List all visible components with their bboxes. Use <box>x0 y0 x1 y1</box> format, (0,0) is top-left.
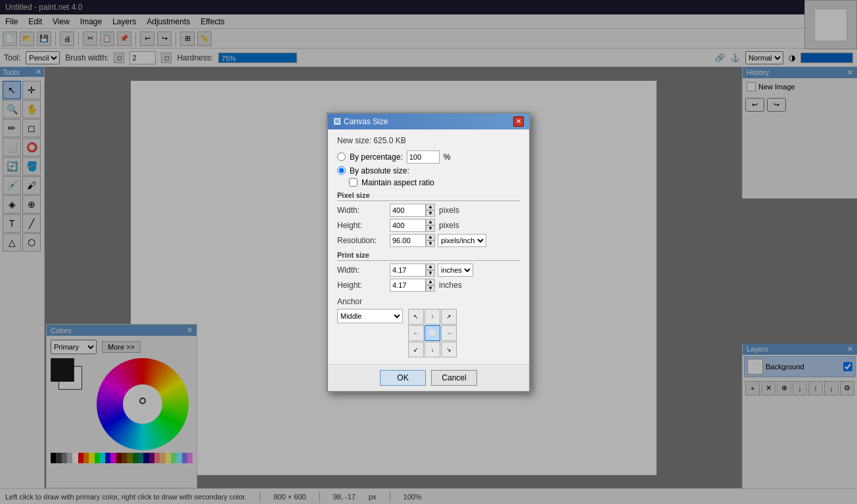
anchor-bottom-right[interactable]: ↘ <box>441 342 457 357</box>
anchor-bottom-left[interactable]: ↙ <box>408 342 424 357</box>
print-width-row: Width: ▲ ▼ inches cm mm <box>337 263 520 277</box>
anchor-top-right[interactable]: ↗ <box>441 309 457 325</box>
by-absolute-label: By absolute size: <box>350 166 409 175</box>
pixel-height-label: Height: <box>337 221 390 230</box>
maintain-aspect-row: Maintain aspect ratio <box>349 178 520 187</box>
dialog-close-button[interactable]: ✕ <box>513 116 524 127</box>
anchor-select[interactable]: Top Left Top Top Right Middle Left Middl… <box>337 309 403 323</box>
dialog-new-size: New size: 625.0 KB <box>337 136 520 145</box>
print-size-label: Print size <box>337 251 520 261</box>
by-absolute-row: By absolute size: <box>337 166 520 175</box>
pixel-height-down[interactable]: ▼ <box>426 225 435 232</box>
dialog-footer: OK Cancel <box>328 364 529 391</box>
pixel-width-input[interactable] <box>390 204 426 217</box>
percent-symbol: % <box>444 152 451 162</box>
maintain-aspect-label: Maintain aspect ratio <box>361 178 434 187</box>
print-height-down[interactable]: ▼ <box>426 285 435 292</box>
dialog-body: New size: 625.0 KB By percentage: % By a… <box>328 129 529 364</box>
pixel-width-up[interactable]: ▲ <box>426 204 435 210</box>
anchor-middle-right[interactable]: → <box>441 325 457 341</box>
print-height-input[interactable] <box>390 279 426 292</box>
pixel-width-down[interactable]: ▼ <box>426 210 435 217</box>
resolution-label: Resolution: <box>337 236 390 245</box>
by-percentage-radio[interactable] <box>337 152 346 161</box>
print-width-down[interactable]: ▼ <box>426 270 435 277</box>
print-width-arrows: ▲ ▼ <box>426 263 435 277</box>
print-height-spinner: ▲ ▼ <box>390 279 435 292</box>
print-width-spinner: ▲ ▼ <box>390 263 435 277</box>
anchor-controls: Top Left Top Top Right Middle Left Middl… <box>337 309 520 357</box>
pixel-height-unit: pixels <box>439 221 459 230</box>
print-width-unit-select[interactable]: inches cm mm <box>438 263 473 277</box>
anchor-label: Anchor <box>337 297 520 306</box>
dialog-title-text: Canvas Size <box>344 117 388 126</box>
pixel-height-row: Height: ▲ ▼ pixels <box>337 219 520 232</box>
ok-button[interactable]: OK <box>380 370 426 386</box>
print-width-label: Width: <box>337 265 390 275</box>
print-width-up[interactable]: ▲ <box>426 263 435 270</box>
by-percentage-row: By percentage: % <box>337 150 520 164</box>
by-percentage-label: By percentage: <box>350 152 403 162</box>
resolution-spinner: ▲ ▼ <box>390 234 435 247</box>
print-height-arrows: ▲ ▼ <box>426 279 435 292</box>
print-height-unit: inches <box>439 281 462 290</box>
anchor-middle-left[interactable]: ← <box>408 325 424 341</box>
pixel-width-row: Width: ▲ ▼ pixels <box>337 204 520 217</box>
pixel-height-arrows: ▲ ▼ <box>426 219 435 232</box>
anchor-section: Anchor Top Left Top Top Right Middle Lef… <box>337 297 520 357</box>
pixel-width-label: Width: <box>337 206 390 215</box>
print-width-input[interactable] <box>390 263 426 277</box>
resolution-unit-select[interactable]: pixels/inch pixels/cm <box>438 234 486 247</box>
cancel-button[interactable]: Cancel <box>431 370 477 386</box>
anchor-bottom[interactable]: ↓ <box>425 342 440 357</box>
dialog-icon: 🖼 <box>333 117 341 126</box>
resolution-row: Resolution: ▲ ▼ pixels/inch pixels/cm <box>337 234 520 247</box>
resolution-down[interactable]: ▼ <box>426 241 435 247</box>
pixel-size-label: Pixel size <box>337 191 520 201</box>
pixel-height-spinner: ▲ ▼ <box>390 219 435 232</box>
canvas-size-dialog: 🖼 Canvas Size ✕ New size: 625.0 KB By pe… <box>327 112 530 392</box>
print-height-row: Height: ▲ ▼ inches <box>337 279 520 292</box>
dialog-overlay: 🖼 Canvas Size ✕ New size: 625.0 KB By pe… <box>0 0 857 504</box>
maintain-aspect-checkbox[interactable] <box>349 178 358 187</box>
anchor-middle[interactable]: ⬜ <box>425 325 440 341</box>
anchor-top-left[interactable]: ↖ <box>408 309 424 325</box>
pixel-width-arrows: ▲ ▼ <box>426 204 435 217</box>
pixel-height-up[interactable]: ▲ <box>426 219 435 225</box>
anchor-top[interactable]: ↑ <box>425 309 440 325</box>
dialog-title-bar: 🖼 Canvas Size ✕ <box>328 114 529 129</box>
pixel-width-spinner: ▲ ▼ <box>390 204 435 217</box>
resolution-input[interactable] <box>390 234 426 247</box>
percentage-input[interactable] <box>407 150 440 164</box>
resolution-arrows: ▲ ▼ <box>426 234 435 247</box>
pixel-width-unit: pixels <box>439 206 459 215</box>
pixel-height-input[interactable] <box>390 219 426 232</box>
anchor-grid: ↖ ↑ ↗ ← ⬜ → ↙ ↓ ↘ <box>408 309 457 357</box>
print-height-up[interactable]: ▲ <box>426 279 435 285</box>
by-absolute-radio[interactable] <box>337 166 346 175</box>
print-height-label: Height: <box>337 281 390 290</box>
resolution-up[interactable]: ▲ <box>426 234 435 241</box>
